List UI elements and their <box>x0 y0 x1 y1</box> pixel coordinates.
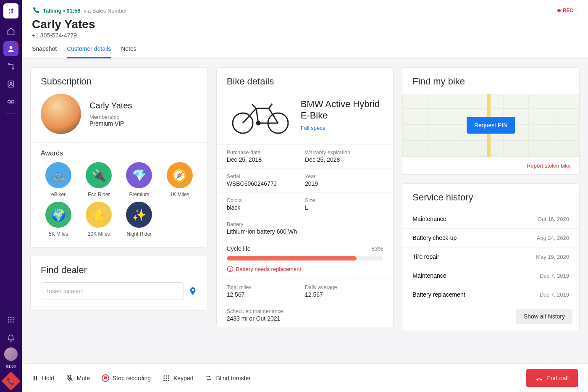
stop-recording-button[interactable]: Stop recording <box>102 374 151 382</box>
notification-badge <box>14 42 18 45</box>
awards-title: Awards <box>31 143 207 162</box>
history-item[interactable]: MaintenanceDec 7, 2019 <box>402 266 579 285</box>
tab-snapshot[interactable]: Snapshot <box>32 45 57 58</box>
find-dealer-card: Find dealer <box>30 256 208 310</box>
award-icon: 🧭 <box>167 162 193 188</box>
end-call-button[interactable]: End call <box>526 369 578 387</box>
history-item[interactable]: Tire repairMay 19, 2020 <box>402 247 579 266</box>
hold-button[interactable]: Hold <box>32 375 54 381</box>
bike-details-card: Bike details BMW Active Hybrid E-Bike Fu… <box>216 67 394 327</box>
cycle-life-label: Cycle life <box>227 245 251 252</box>
bike-name: BMW Active Hybrid E-Bike <box>301 98 383 121</box>
award-label: 5K Miles <box>49 231 68 237</box>
svg-point-19 <box>257 121 260 125</box>
history-item[interactable]: Battery replacementDec 7, 2019 <box>402 285 579 304</box>
flow-icon[interactable] <box>3 59 18 74</box>
award-icon: ✨ <box>126 202 152 228</box>
svg-point-27 <box>163 375 165 376</box>
keypad-button[interactable]: Keypad <box>163 374 193 382</box>
customer-name: Carly Yates <box>32 18 578 31</box>
customer-phone: +1 305-574-4779 <box>32 32 578 39</box>
stop-icon <box>102 374 109 382</box>
svg-point-4 <box>10 82 12 84</box>
full-specs-link[interactable]: Full specs <box>301 125 326 131</box>
daily-avg-label: Daily average <box>305 284 383 290</box>
notifications-icon[interactable] <box>3 330 18 345</box>
purchase-date-value: Dec 25, 2018 <box>227 156 305 163</box>
svg-point-16 <box>13 321 14 323</box>
request-pin-button[interactable]: Request PIN <box>467 117 515 134</box>
membership-value: Premium VIP <box>89 120 132 127</box>
svg-rect-23 <box>34 376 35 380</box>
active-call-indicator[interactable]: 📞 <box>1 371 20 390</box>
dealer-location-input[interactable] <box>41 282 184 300</box>
tab-customer-details[interactable]: Customer details <box>67 45 111 58</box>
colors-value: black <box>227 204 305 211</box>
svg-point-29 <box>168 375 169 376</box>
call-via: via Sales Number <box>84 8 127 14</box>
history-name: Battery check-up <box>412 234 457 241</box>
app-logo[interactable]: :t <box>3 3 18 18</box>
subscription-title: Subscription <box>31 68 207 94</box>
bike-map[interactable]: Request PIN <box>402 94 579 157</box>
history-name: Maintenance <box>412 272 446 279</box>
voicemail-icon[interactable] <box>3 94 18 109</box>
tab-notes[interactable]: Notes <box>121 45 136 58</box>
customer-avatar <box>41 94 81 134</box>
award-badge: ✨Night Rider <box>120 202 158 237</box>
award-badge: 🌍5K Miles <box>39 202 78 237</box>
svg-point-2 <box>12 68 13 69</box>
battery-warning: Battery needs replacement <box>227 266 383 272</box>
award-label: 1K Miles <box>170 192 189 197</box>
serial-label: Serial <box>227 174 305 179</box>
history-date: Aug 24, 2020 <box>537 235 569 241</box>
service-history-card: Service history MaintenanceOut 16, 2020B… <box>402 183 580 331</box>
location-pin-icon[interactable] <box>188 287 197 296</box>
show-all-history-button[interactable]: Show all history <box>516 309 572 324</box>
sidebar-divider <box>6 113 16 114</box>
apps-icon[interactable] <box>3 312 18 327</box>
award-icon: 🌍 <box>45 202 71 228</box>
award-badge: 🚲eBiker <box>39 162 78 197</box>
history-name: Battery replacement <box>412 291 465 298</box>
svg-point-28 <box>165 375 167 376</box>
report-stolen-link[interactable]: Report stolen bike <box>527 163 571 169</box>
total-miles-value: 12.567 <box>227 291 305 298</box>
blind-transfer-button[interactable]: Blind transfer <box>205 374 250 382</box>
contacts-icon[interactable] <box>3 76 18 92</box>
history-date: Out 16, 2020 <box>538 216 569 222</box>
award-label: 10K Miles <box>88 231 110 237</box>
battery-value: Lithium-ion battery 600 Wh <box>227 228 383 235</box>
svg-rect-24 <box>36 376 37 380</box>
svg-point-11 <box>8 319 9 321</box>
agent-icon[interactable] <box>3 41 18 56</box>
tabs: Snapshot Customer details Notes <box>32 45 578 58</box>
svg-point-9 <box>10 317 12 318</box>
svg-point-14 <box>8 321 9 323</box>
history-date: May 19, 2020 <box>536 254 569 260</box>
subscription-name: Carly Yates <box>89 101 132 110</box>
history-name: Maintenance <box>412 216 446 222</box>
history-date: Dec 7, 2019 <box>540 273 569 279</box>
find-dealer-title: Find dealer <box>31 256 207 282</box>
home-icon[interactable] <box>3 24 18 39</box>
history-item[interactable]: MaintenanceOut 16, 2020 <box>402 210 579 228</box>
bike-details-title: Bike details <box>217 68 394 94</box>
user-avatar[interactable] <box>4 347 18 361</box>
svg-point-12 <box>10 319 12 321</box>
svg-point-5 <box>8 100 11 103</box>
sidebar: :t 01:58 📞 <box>0 0 22 392</box>
phone-icon <box>32 7 39 14</box>
membership-label: Membership <box>89 114 132 120</box>
battery-label: Battery <box>227 221 383 227</box>
keypad-icon <box>163 374 170 382</box>
svg-point-15 <box>10 321 12 323</box>
call-footer: Hold Mute Stop recording Keypad Blind tr… <box>22 363 588 392</box>
award-badge: 💎Premium <box>120 162 158 197</box>
history-item[interactable]: Battery check-upAug 24, 2020 <box>402 228 579 247</box>
daily-avg-value: 12.567 <box>305 291 383 298</box>
svg-point-8 <box>8 317 9 318</box>
warranty-value: Dec 25, 2028 <box>305 156 383 163</box>
svg-point-30 <box>163 377 165 379</box>
mute-button[interactable]: Mute <box>66 374 90 382</box>
